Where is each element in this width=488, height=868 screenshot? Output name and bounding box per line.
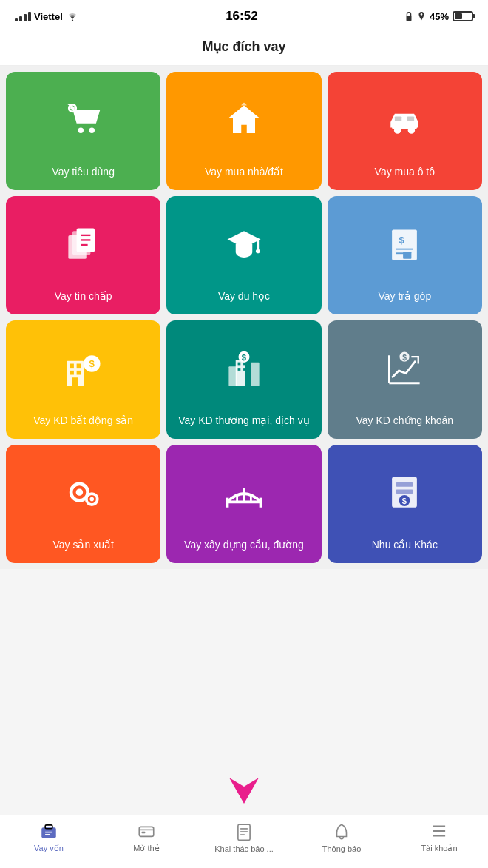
grid-label: Vay mua ô tô (375, 165, 435, 178)
svg-text:$: $ (242, 353, 247, 362)
docs-dollar-icon: $ (382, 455, 427, 532)
arrow-indicator (226, 770, 262, 810)
grid-item-nhu-cau-khac[interactable]: $ Nhu cầu Khác (328, 445, 482, 563)
svg-rect-1 (406, 16, 411, 21)
svg-rect-58 (396, 489, 413, 494)
grid-item-vay-mua-oto[interactable]: Vay mua ô tô (328, 72, 482, 190)
cart-icon (61, 82, 106, 159)
chart-up-icon: $ (382, 331, 427, 408)
svg-rect-29 (76, 371, 81, 375)
city-dollar-icon: $ (222, 331, 266, 408)
grid-item-vay-san-xuat[interactable]: Vay sản xuất (6, 445, 160, 563)
gears-icon (61, 455, 106, 532)
status-right: 45% (404, 11, 473, 22)
svg-text:$: $ (399, 235, 405, 246)
battery-pct-label: 45% (430, 11, 449, 22)
graduation-icon (222, 206, 266, 283)
nav-label: Khai thác báo ... (214, 844, 274, 853)
svg-rect-38 (238, 368, 241, 371)
svg-marker-61 (229, 778, 259, 804)
svg-point-47 (75, 488, 82, 495)
svg-point-4 (89, 127, 95, 133)
grid-item-vay-tin-chap[interactable]: Vay tín chấp (6, 196, 160, 314)
svg-rect-9 (395, 116, 401, 121)
battery-icon (453, 11, 473, 21)
grid-label: Vay tiêu dùng (52, 165, 115, 178)
svg-rect-66 (139, 827, 154, 836)
svg-rect-28 (70, 371, 74, 375)
svg-point-7 (394, 127, 401, 133)
bottom-navigation: Vay vốn Mở thẻ Khai thác báo ... Thông b… (0, 815, 488, 868)
grid-label: Vay tín chấp (55, 289, 112, 303)
grid-label: Vay KD chứng khoán (356, 414, 453, 427)
svg-rect-30 (72, 377, 78, 386)
grid-item-vay-tra-gop[interactable]: $ Vay trả góp (328, 196, 482, 314)
svg-rect-68 (142, 832, 146, 833)
page-title: Mục đích vay (202, 39, 285, 54)
svg-point-2 (421, 13, 423, 16)
nav-label: Thông báo (322, 844, 362, 853)
svg-rect-26 (70, 363, 74, 368)
grid-label: Vay mua nhà/đất (205, 165, 283, 178)
grid-item-vay-tieu-dung[interactable]: Vay tiêu dùng (6, 72, 160, 190)
location-icon (417, 11, 426, 21)
bridge-icon (222, 455, 266, 532)
status-bar: Viettel 16:52 45% (0, 0, 488, 30)
grid-label: Vay du học (218, 289, 270, 303)
wifi-icon (66, 11, 79, 21)
svg-rect-24 (403, 252, 411, 258)
svg-rect-27 (76, 363, 81, 368)
grid-label: Vay xây dựng cầu, đường (184, 538, 304, 551)
building-dollar-icon: $ (61, 331, 106, 408)
svg-text:$: $ (402, 354, 407, 362)
grid-item-vay-kd-thuong-mai[interactable]: $ Vay KD thương mại, dịch vụ (166, 320, 321, 439)
svg-rect-57 (396, 482, 413, 487)
page-header: Mục đích vay (0, 30, 488, 66)
lock-icon (404, 11, 413, 21)
svg-text:$: $ (89, 358, 95, 369)
svg-rect-63 (45, 825, 52, 829)
nav-khai-thac-bao[interactable]: Khai thác báo ... (195, 822, 293, 853)
grid-label: Vay trả góp (378, 289, 431, 303)
documents-icon (61, 206, 106, 283)
nav-mo-the[interactable]: Mở thẻ (98, 821, 195, 853)
svg-rect-35 (251, 363, 259, 386)
svg-rect-39 (243, 368, 246, 371)
loan-purpose-grid: Vay tiêu dùng Vay mua nhà/đất Vay mua ô … (0, 66, 488, 569)
status-time: 16:52 (226, 9, 257, 24)
svg-point-49 (89, 497, 94, 502)
svg-rect-36 (238, 363, 241, 366)
carrier-label: Viettel (34, 11, 63, 22)
grid-item-vay-kd-bds[interactable]: $ Vay KD bất động sản (6, 320, 160, 439)
nav-thong-bao[interactable]: Thông báo (293, 822, 390, 853)
grid-item-vay-mua-nha[interactable]: Vay mua nhà/đất (166, 72, 321, 190)
nav-label: Vay vốn (34, 844, 64, 853)
svg-point-8 (408, 127, 415, 133)
grid-label: Vay sản xuất (53, 538, 114, 551)
nav-vay-von[interactable]: Vay vốn (0, 821, 98, 853)
svg-rect-37 (243, 363, 246, 366)
invoice-icon: $ (382, 206, 427, 283)
grid-item-vay-xay-dung[interactable]: Vay xây dựng cầu, đường (166, 445, 321, 563)
nav-tai-khoan[interactable]: Tài khoản (390, 821, 488, 853)
house-icon (222, 82, 266, 159)
svg-point-0 (72, 20, 73, 21)
grid-item-vay-du-hoc[interactable]: Vay du học (166, 196, 321, 314)
svg-rect-10 (407, 116, 414, 121)
car-icon (382, 82, 427, 159)
svg-point-3 (78, 127, 84, 133)
status-left: Viettel (15, 11, 79, 22)
grid-label: Nhu cầu Khác (372, 538, 438, 551)
grid-item-vay-kd-chung-khoan[interactable]: $ Vay KD chứng khoán (328, 320, 482, 439)
grid-label: Vay KD thương mại, dịch vụ (178, 414, 309, 427)
signal-icon (15, 12, 31, 21)
svg-point-19 (256, 249, 260, 254)
grid-label: Vay KD bất động sản (33, 414, 133, 427)
svg-rect-34 (228, 366, 237, 386)
nav-label: Tài khoản (421, 844, 457, 853)
nav-label: Mở thẻ (133, 844, 159, 853)
svg-text:$: $ (402, 497, 407, 505)
